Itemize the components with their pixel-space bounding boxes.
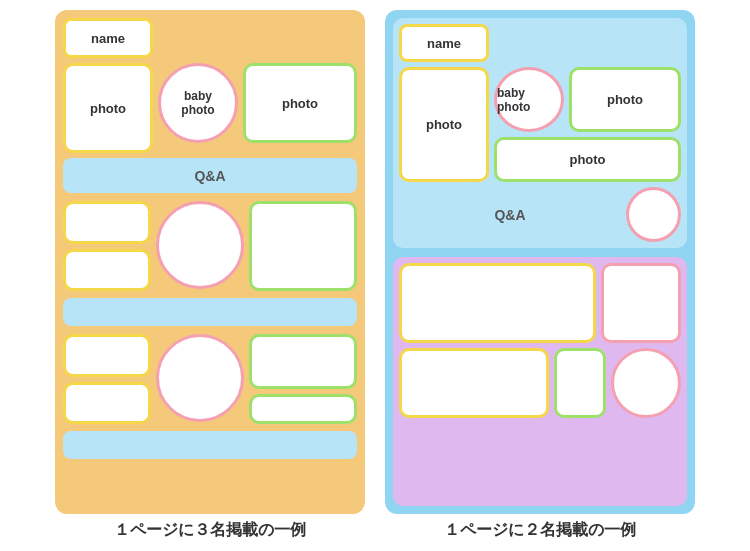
label-card1: １ページに３名掲載の一例 — [55, 520, 365, 541]
c2-name-box: name — [399, 24, 489, 62]
c1-row1: name — [63, 18, 357, 58]
c2-bottom-section — [393, 257, 687, 506]
layouts-container: name photo baby photo photo Q&A — [10, 10, 740, 514]
c1-r5-box-b — [63, 382, 151, 425]
c2-b-circle — [611, 348, 681, 418]
c1-right-box — [249, 201, 357, 291]
c2-circle-sm — [626, 187, 681, 242]
c2-qa-bar: Q&A — [399, 192, 621, 237]
card-1: name photo baby photo photo Q&A — [55, 10, 365, 514]
c1-blue-bar-2 — [63, 431, 357, 459]
c2-photo-mid: photo — [494, 137, 681, 182]
c2-b-photo2 — [601, 263, 681, 343]
c1-small-box-a — [63, 201, 151, 244]
c2-photo-sm1: photo — [569, 67, 681, 132]
c1-small-box-b — [63, 249, 151, 292]
c1-right-top: baby photo photo — [158, 63, 357, 153]
c2-baby-circle: baby photo — [494, 67, 564, 132]
label-card2: １ページに２名掲載の一例 — [385, 520, 695, 541]
c2-row1: name — [399, 24, 681, 62]
c1-photo-sm: photo — [243, 63, 357, 143]
c1-qa-bar: Q&A — [63, 158, 357, 193]
c1-baby-circle: baby photo — [158, 63, 238, 143]
c1-r5-rbox1 — [249, 334, 357, 389]
c1-circle-mid — [156, 201, 244, 289]
c1-photo-large: photo — [63, 63, 153, 153]
card-2: name photo baby photo photo photo Q&A — [385, 10, 695, 514]
c1-r5-box-a — [63, 334, 151, 377]
c2-b-photo3 — [399, 348, 549, 418]
c2-b-box-sm — [554, 348, 606, 418]
c1-row2: photo baby photo photo — [63, 63, 357, 153]
c1-name-box: name — [63, 18, 153, 58]
c2-top-section: name photo baby photo photo photo Q&A — [393, 18, 687, 248]
c2-b-photo1 — [399, 263, 596, 343]
c1-blue-bar-1 — [63, 298, 357, 326]
c1-circle-bottom — [156, 334, 244, 422]
c2-photo-large: photo — [399, 67, 489, 182]
labels-row: １ページに３名掲載の一例 １ページに２名掲載の一例 — [10, 520, 740, 541]
c1-r5-rbox2 — [249, 394, 357, 424]
